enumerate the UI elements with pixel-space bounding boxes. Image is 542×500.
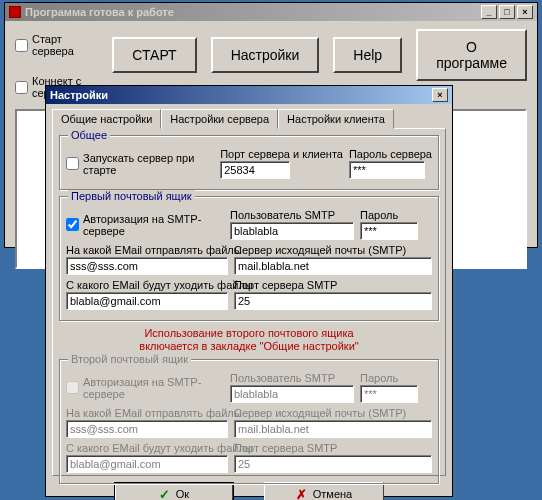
port-label: Порт сервера и клиента [220, 148, 343, 160]
mb1-smtpauth-checkbox[interactable] [66, 218, 79, 231]
note-line2: включается в закладке "Общие настройки" [139, 340, 358, 352]
group-mailbox2: Второй почтовый ящик Авторизация на SMTP… [59, 359, 439, 484]
mb1-sendto-label: На какой EMail отправлять файлы [66, 244, 228, 256]
mb2-smtp-label: Сервер исходящей почты (SMTP) [234, 407, 432, 419]
group-general: Общее Запускать сервер при старте Порт с… [59, 135, 439, 190]
cancel-button[interactable]: ✗ Отмена [264, 482, 384, 500]
help-button[interactable]: Help [333, 37, 402, 73]
mb2-pass-input [360, 385, 418, 403]
mb2-sendto-input [66, 420, 228, 438]
mb2-port-input [234, 455, 432, 473]
tab-client[interactable]: Настройки клиента [278, 109, 394, 129]
autostart-label: Запускать сервер при старте [83, 152, 214, 176]
mb1-smtp-input[interactable] [234, 257, 432, 275]
mb2-smtpauth-checkbox [66, 381, 79, 394]
group-mailbox1: Первый почтовый ящик Авторизация на SMTP… [59, 196, 439, 321]
connect-server-checkbox[interactable] [15, 81, 28, 94]
mb2-smtpauth-label: Авторизация на SMTP-сервере [83, 376, 224, 400]
start-server-checkbox[interactable] [15, 39, 28, 52]
mb1-port-label: Порт сервера SMTP [234, 279, 432, 291]
mb1-smtp-label: Сервер исходящей почты (SMTP) [234, 244, 432, 256]
mb1-pass-label: Пароль [360, 209, 418, 221]
mb1-pass-input[interactable] [360, 222, 418, 240]
ok-label: Ок [176, 488, 189, 500]
minimize-button[interactable]: _ [481, 5, 497, 19]
app-icon [9, 6, 21, 18]
settings-titlebar: Настройки × [46, 86, 452, 104]
mb1-from-input[interactable] [66, 292, 228, 310]
mb2-from-label: С какого EMail будут уходить файлы [66, 442, 228, 454]
close-button[interactable]: × [517, 5, 533, 19]
check-icon: ✓ [159, 487, 170, 501]
settings-button[interactable]: Настройки [211, 37, 320, 73]
settings-dialog: Настройки × Общие настройки Настройки се… [45, 85, 453, 497]
note-line1: Использование второго почтового ящика [144, 327, 353, 339]
group-mailbox2-title: Второй почтовый ящик [68, 353, 191, 365]
tab-server[interactable]: Настройки сервера [161, 109, 278, 129]
mb2-user-label: Пользователь SMTP [230, 372, 354, 384]
mb1-from-label: С какого EMail будут уходить файлы [66, 279, 228, 291]
port-input[interactable] [220, 161, 290, 179]
tab-general[interactable]: Общие настройки [52, 109, 161, 129]
mb1-sendto-input[interactable] [66, 257, 228, 275]
mb1-port-input[interactable] [234, 292, 432, 310]
mb1-smtpauth-check[interactable]: Авторизация на SMTP-сервере [66, 213, 224, 237]
autostart-checkbox[interactable] [66, 157, 79, 170]
mb1-smtpauth-label: Авторизация на SMTP-сервере [83, 213, 224, 237]
main-title: Программа готова к работе [25, 6, 174, 18]
mailbox2-note: Использование второго почтового ящика вк… [59, 327, 439, 353]
mb2-sendto-label: На какой EMail отправлять файлы [66, 407, 228, 419]
group-general-title: Общее [68, 129, 110, 141]
cancel-icon: ✗ [296, 487, 307, 501]
mb2-pass-label: Пароль [360, 372, 418, 384]
mb2-from-input [66, 455, 228, 473]
settings-tabs: Общие настройки Настройки сервера Настро… [52, 108, 446, 128]
cancel-label: Отмена [313, 488, 352, 500]
dialog-close-button[interactable]: × [432, 88, 448, 102]
mb2-user-input [230, 385, 354, 403]
mb2-smtpauth-check: Авторизация на SMTP-сервере [66, 376, 224, 400]
start-server-check[interactable]: Старт сервера [15, 33, 98, 57]
autostart-check[interactable]: Запускать сервер при старте [66, 152, 214, 176]
maximize-button[interactable]: □ [499, 5, 515, 19]
mb1-user-input[interactable] [230, 222, 354, 240]
mb2-port-label: Порт сервера SMTP [234, 442, 432, 454]
server-pass-label: Пароль сервера [349, 148, 432, 160]
start-server-label: Старт сервера [32, 33, 98, 57]
tab-panel-server: Общее Запускать сервер при старте Порт с… [52, 128, 446, 476]
start-button[interactable]: СТАРТ [112, 37, 196, 73]
server-pass-input[interactable] [349, 161, 425, 179]
mb2-smtp-input [234, 420, 432, 438]
mb1-user-label: Пользователь SMTP [230, 209, 354, 221]
main-titlebar: Программа готова к работе _ □ × [5, 3, 537, 21]
group-mailbox1-title: Первый почтовый ящик [68, 190, 195, 202]
settings-title: Настройки [50, 89, 108, 101]
about-button[interactable]: О программе [416, 29, 527, 81]
ok-button[interactable]: ✓ Ок [114, 482, 234, 500]
